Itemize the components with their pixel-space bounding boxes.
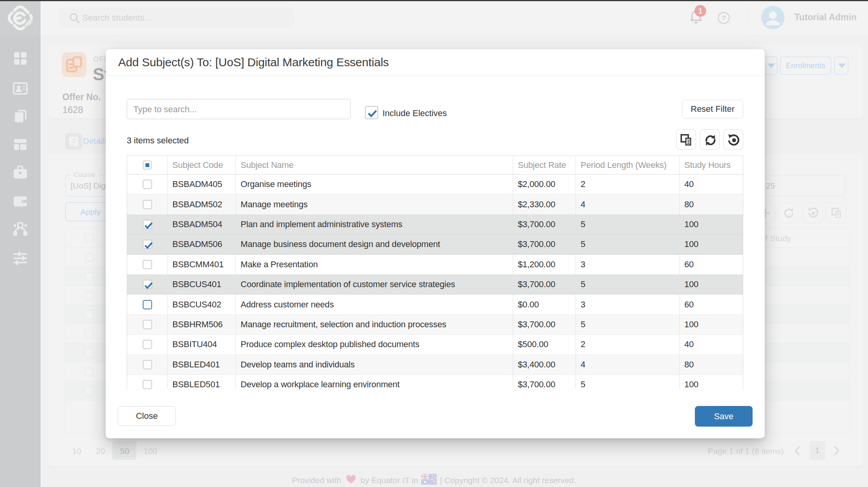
row-cell-select <box>127 235 168 254</box>
table-row[interactable]: BSBCMM401Make a Presentation$1,200.00360 <box>127 255 743 275</box>
study-hours-cell: 60 <box>680 255 743 275</box>
table-row[interactable]: BSBADM504Plan and implement administrati… <box>127 215 743 235</box>
subject-rate-cell: $2,330.00 <box>513 194 576 214</box>
row-checkbox[interactable] <box>143 240 152 249</box>
subject-code-cell: BSBCMM401 <box>168 255 236 275</box>
check-icon <box>143 240 154 251</box>
table-row[interactable]: BSBCUS402Address customer needs$0.00360 <box>127 295 743 314</box>
subject-name-cell: Make a Presentation <box>236 255 513 275</box>
period-length-cell: 4 <box>576 355 680 375</box>
table-row[interactable]: BSBCUS401Coordinate implementation of cu… <box>127 275 743 295</box>
subject-code-cell: BSBADM506 <box>168 235 236 254</box>
study-hours-cell: 80 <box>680 194 743 214</box>
subject-name-cell: Develop a workplace learning environment <box>236 375 513 389</box>
header-cell[interactable]: Subject Name <box>236 156 513 175</box>
header-cell[interactable]: Study Hours <box>680 156 743 175</box>
header-cell[interactable]: Subject Code <box>168 156 236 175</box>
table-row[interactable]: BSBADM405Organise meetings$2,000.00240 <box>127 175 743 194</box>
study-hours-cell: 80 <box>680 355 743 375</box>
study-hours-cell: 100 <box>680 215 743 235</box>
table-row[interactable]: BSBADM502Manage meetings$2,330.00480 <box>127 194 743 214</box>
subject-rate-cell: $3,700.00 <box>513 375 576 389</box>
row-checkbox[interactable] <box>143 220 152 229</box>
subject-code-cell: BSBADM502 <box>168 194 236 214</box>
subject-name-cell: Organise meetings <box>236 175 513 194</box>
period-length-cell: 5 <box>576 315 680 335</box>
modal-refresh-button[interactable] <box>700 129 720 150</box>
subject-code-cell: BSBADM504 <box>168 215 236 235</box>
save-button[interactable]: Save <box>695 406 753 427</box>
row-checkbox[interactable] <box>143 200 152 209</box>
row-cell-select <box>127 275 168 295</box>
check-icon <box>143 221 154 231</box>
subject-rate-cell: $500.00 <box>513 335 576 355</box>
row-checkbox[interactable] <box>143 300 152 309</box>
period-length-cell: 5 <box>576 235 680 254</box>
table-row[interactable]: BSBADM506Manage business document design… <box>127 235 743 254</box>
table-row[interactable]: BSBHRM506Manage recruitment, selection a… <box>127 315 743 335</box>
subject-rate-cell: $3,700.00 <box>513 275 576 295</box>
subject-name-cell: Manage meetings <box>236 194 513 214</box>
modal-history-button[interactable] <box>723 129 743 150</box>
check-icon <box>366 108 379 119</box>
history-icon <box>727 134 740 147</box>
check-icon <box>143 281 154 291</box>
row-checkbox[interactable] <box>143 320 152 329</box>
study-hours-cell: 40 <box>680 175 743 194</box>
subjects-table-header: Subject Code Subject Name Subject Rate P… <box>127 156 743 175</box>
subject-search-input[interactable]: Type to search... <box>127 99 351 119</box>
period-length-cell: 2 <box>576 335 680 355</box>
period-length-cell: 3 <box>576 295 680 314</box>
row-cell-select <box>127 215 168 235</box>
subject-rate-cell: $0.00 <box>513 295 576 314</box>
close-button[interactable]: Close <box>118 406 176 426</box>
modal-header: Add Subject(s) To: [UoS] Digital Marketi… <box>106 49 765 76</box>
row-cell-select <box>127 255 168 275</box>
copy-icon <box>680 134 693 147</box>
subject-code-cell: BSBHRM506 <box>168 315 236 335</box>
study-hours-cell: 100 <box>680 235 743 254</box>
period-length-cell: 5 <box>576 215 680 235</box>
screen: OFF St Offer No. 1628 Enrolments <box>0 0 868 487</box>
row-checkbox[interactable] <box>143 280 152 289</box>
close-label: Close <box>118 407 175 425</box>
row-checkbox[interactable] <box>143 380 152 389</box>
subject-name-cell: Manage recruitment, selection and induct… <box>236 315 513 335</box>
row-cell-select <box>127 355 168 375</box>
row-cell-select <box>127 375 168 389</box>
period-length-cell: 4 <box>576 194 680 214</box>
subject-rate-cell: $3,700.00 <box>513 235 576 254</box>
header-cell[interactable]: Subject Rate <box>513 156 576 175</box>
select-all-checkbox[interactable] <box>143 161 152 169</box>
row-checkbox[interactable] <box>143 180 152 189</box>
subject-rate-cell: $3,700.00 <box>513 315 576 335</box>
row-cell-select <box>127 295 168 314</box>
add-subjects-modal: Add Subject(s) To: [UoS] Digital Marketi… <box>106 49 765 438</box>
window-top-edge <box>0 0 868 1</box>
subject-rate-cell: $3,700.00 <box>513 215 576 235</box>
table-row[interactable]: BSBITU404Produce complex desktop publish… <box>127 335 743 355</box>
row-checkbox[interactable] <box>143 260 152 269</box>
reset-filter-button[interactable]: Reset Filter <box>682 100 743 118</box>
subject-code-cell: BSBADM405 <box>168 175 236 194</box>
header-cell[interactable]: Period Length (Weeks) <box>576 156 680 175</box>
modal-copy-button[interactable] <box>676 129 696 150</box>
table-row[interactable]: BSBLED501Develop a workplace learning en… <box>127 375 743 389</box>
period-length-cell: 5 <box>576 275 680 295</box>
subject-code-cell: BSBCUS402 <box>168 295 236 314</box>
selection-info: 3 items selected <box>127 136 189 146</box>
subject-code-cell: BSBLED401 <box>168 355 236 375</box>
reset-filter-label: Reset Filter <box>682 100 743 118</box>
include-electives-checkbox[interactable] <box>365 106 378 119</box>
row-checkbox[interactable] <box>143 340 152 349</box>
study-hours-cell: 100 <box>680 375 743 389</box>
subject-name-cell: Coordinate implementation of customer se… <box>236 275 513 295</box>
subject-code-cell: BSBITU404 <box>168 335 236 355</box>
subject-name-cell: Plan and implement administrative system… <box>236 215 513 235</box>
subject-name-cell: Address customer needs <box>236 295 513 314</box>
save-label: Save <box>695 406 752 426</box>
row-checkbox[interactable] <box>143 360 152 369</box>
include-electives-label: Include Electives <box>383 108 447 118</box>
subject-code-cell: BSBCUS401 <box>168 275 236 295</box>
table-row[interactable]: BSBLED401Develop teams and individuals$3… <box>127 355 743 375</box>
